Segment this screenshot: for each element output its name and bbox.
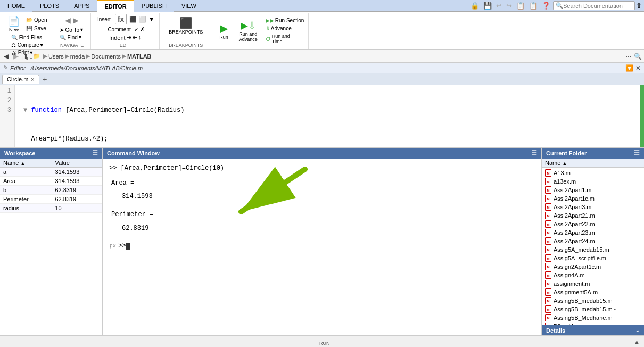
addr-documents[interactable]: Documents	[91, 53, 121, 60]
insert-button[interactable]: Insert	[95, 16, 113, 23]
folder-item[interactable]: M Assign2Apart1c.m	[542, 262, 644, 271]
workspace-row[interactable]: b 62.8319	[0, 186, 102, 195]
tab-add[interactable]: +	[40, 75, 49, 84]
nav-forward-icon[interactable]: ▶	[73, 16, 79, 24]
details-expand[interactable]: ⌄	[635, 327, 640, 334]
icon-btn-5[interactable]: 📋	[515, 1, 526, 10]
menu-tab-home[interactable]: HOME	[0, 0, 32, 12]
search-documentation[interactable]: 🔍	[553, 1, 635, 10]
cmd-blank-5	[109, 234, 535, 241]
ws-col-value[interactable]: Value	[52, 159, 102, 168]
indent-auto[interactable]: ↕	[138, 34, 142, 41]
folder-item[interactable]: M Assi2Apart3.m	[542, 203, 644, 211]
folder-item[interactable]: M Assing5B_Medhane.m	[542, 313, 644, 322]
tab-close[interactable]: ✕	[30, 77, 35, 82]
menu-tab-publish[interactable]: PUBLISH	[134, 0, 174, 12]
folder-item[interactable]: M a13ex.m	[542, 177, 644, 186]
icon-btn-6[interactable]: 📋	[527, 1, 539, 10]
editor-close[interactable]: ✕	[635, 64, 641, 72]
editor-tab-circle[interactable]: Circle.m ✕	[2, 75, 39, 84]
edit-btn2[interactable]: ⬜	[138, 15, 147, 23]
find-button[interactable]: 🔍 Find ▼	[57, 34, 86, 41]
workspace-header: Workspace ☰	[0, 148, 102, 159]
folder-item[interactable]: M A13.m	[542, 169, 644, 177]
indent-more[interactable]: ⇥	[127, 34, 131, 41]
menu-tab-plots[interactable]: PLOTS	[32, 0, 67, 12]
icon-btn-3[interactable]: ↩	[494, 1, 503, 10]
addr-matlab[interactable]: MATLAB	[127, 53, 152, 60]
cmd-prompt-row: ƒx >>	[109, 241, 535, 252]
run-time-button[interactable]: ⏱ Run and Time	[263, 33, 306, 45]
run-section-button[interactable]: ▶▶ Run Section	[263, 17, 306, 24]
goto-button[interactable]: ➤ Go To ▼	[57, 27, 86, 34]
find-files-button[interactable]: 🔍 Find Files	[9, 34, 46, 41]
addr-meda[interactable]: meda	[70, 53, 85, 60]
code-area[interactable]: ▼ function [Area,Perimeter]=Circle(Radiu…	[19, 85, 644, 147]
addr-search-icon[interactable]: 🔍	[634, 53, 642, 60]
addr-browse[interactable]: 📁	[31, 52, 42, 60]
main-layout: 1 2 3 ▼ function [Area,Perimeter]=Circle…	[0, 85, 644, 335]
edit-btn3[interactable]: ▼	[148, 15, 155, 23]
comment-remove[interactable]: ✗	[140, 26, 145, 33]
workspace-menu-btn[interactable]: ☰	[92, 150, 98, 157]
breakpoints-btn[interactable]: ⬛ BREAKPOINTS	[164, 14, 208, 37]
new-button[interactable]: 📄 New	[5, 14, 22, 34]
workspace-row[interactable]: Area 314.1593	[0, 177, 102, 186]
addr-up[interactable]: ⬆	[21, 52, 30, 61]
arrow-icon[interactable]: ⇧	[636, 2, 642, 10]
menu-tab-view[interactable]: VIEW	[174, 0, 204, 12]
icon-btn-4[interactable]: ↪	[505, 1, 514, 10]
folder-item[interactable]: M Assi2Apart22.m	[542, 220, 644, 228]
find-arrow: ▼	[78, 35, 82, 40]
folder-menu-btn[interactable]: ☰	[634, 150, 640, 157]
workspace-row[interactable]: a 314.1593	[0, 168, 102, 177]
menu-tab-apps[interactable]: APPS	[67, 0, 97, 12]
icon-btn-1[interactable]: 🔒	[469, 1, 481, 10]
indent-less[interactable]: ⇤	[133, 34, 137, 41]
folder-item[interactable]: M Assign4A.m	[542, 271, 644, 279]
folder-item[interactable]: M assignment.m	[542, 279, 644, 288]
icon-btn-2[interactable]: 💾	[482, 1, 493, 10]
folder-item[interactable]: M Assig5A_medab15.m	[542, 245, 644, 254]
comment-add[interactable]: ✓	[134, 26, 139, 33]
folder-item[interactable]: M Assig5A_scriptfile.m	[542, 254, 644, 262]
open-button[interactable]: 📂 Open	[23, 16, 49, 24]
folder-item[interactable]: M Assi2Apart24.m	[542, 237, 644, 245]
command-content[interactable]: >> [Area,Perimeter]=Circle(10) Area = 31…	[103, 159, 541, 335]
addr-forward[interactable]: ▶	[12, 52, 20, 61]
edit-btn1[interactable]: ⬛	[129, 15, 137, 23]
workspace-row[interactable]: radius 10	[0, 204, 102, 213]
folder-col-header[interactable]: Name ▲	[542, 159, 644, 168]
save-button[interactable]: 💾 Save	[23, 24, 49, 32]
addr-expand[interactable]: ⋯	[625, 53, 632, 60]
workspace-row[interactable]: Perimeter 62.8319	[0, 195, 102, 204]
menu-tab-editor[interactable]: EDITOR	[97, 0, 134, 12]
command-pane: Command Window ☰ >> [Area,Perimeter]=Cir…	[103, 148, 542, 335]
editor-pane: 1 2 3 ▼ function [Area,Perimeter]=Circle…	[0, 85, 644, 148]
folder-item[interactable]: M Assi2Apart1c.m	[542, 194, 644, 203]
folder-item[interactable]: M Assignment5A.m	[542, 288, 644, 296]
comment-button[interactable]: Comment	[105, 26, 133, 33]
compare-button[interactable]: ⚖ Compare ▼	[9, 42, 46, 48]
addr-back[interactable]: ◀	[2, 52, 11, 61]
addr-users[interactable]: Users	[48, 53, 64, 60]
folder-item[interactable]: M Assing5B_medab15.m~	[542, 305, 644, 313]
search-doc-input[interactable]	[563, 3, 632, 9]
advance-button[interactable]: ⇩ Advance	[263, 25, 306, 32]
fx-button[interactable]: fx	[115, 14, 127, 24]
folder-item[interactable]: M Assing5B_medab15.m	[542, 296, 644, 305]
folder-item[interactable]: M Assi2Apart1.m	[542, 186, 644, 194]
folder-item[interactable]: M Assi2Apart23.m	[542, 228, 644, 237]
breakpoints-group-label: BREAKPOINTS	[169, 43, 203, 48]
run-button[interactable]: ▶ Run	[214, 14, 233, 48]
status-scroll[interactable]: ▲	[634, 338, 640, 345]
ws-col-name[interactable]: Name ▲	[0, 159, 52, 168]
editor-minimize[interactable]: 🔽	[625, 64, 633, 72]
run-and-advance-button[interactable]: ▶⇩ Run and Advance	[235, 14, 261, 48]
icon-btn-7[interactable]: ❓	[540, 1, 552, 10]
file-name: Assi2Apart1c.m	[554, 195, 595, 202]
command-menu-btn[interactable]: ☰	[531, 150, 537, 157]
command-header: Command Window ☰	[103, 148, 541, 159]
folder-item[interactable]: M Assi2Apart21.m	[542, 211, 644, 220]
nav-back-icon[interactable]: ◀	[65, 16, 71, 24]
